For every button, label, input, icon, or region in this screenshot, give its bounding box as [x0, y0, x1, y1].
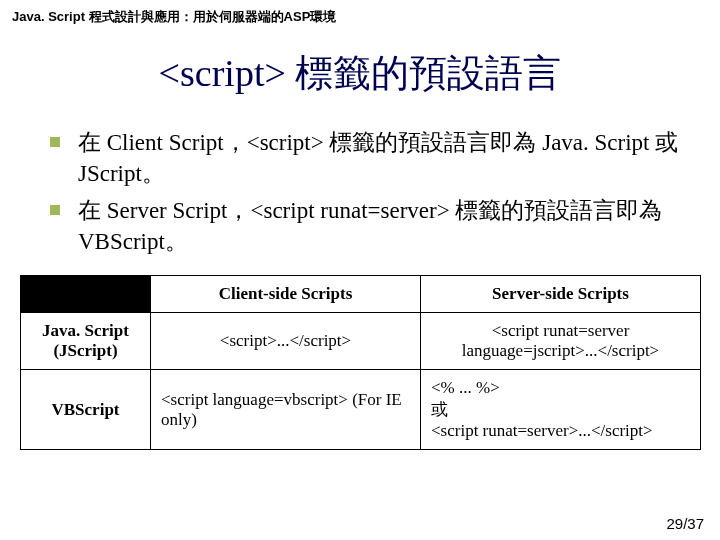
bullet-text: 在 Server Script，<script runat=server> 標籤…	[78, 195, 690, 257]
bullet-item: 在 Server Script，<script runat=server> 標籤…	[50, 195, 690, 257]
slide-header: Java. Script 程式設計與應用：用於伺服器端的ASP環境	[0, 0, 720, 30]
page-number: 29/37	[666, 515, 704, 532]
bullet-text: 在 Client Script，<script> 標籤的預設語言即為 Java.…	[78, 127, 690, 189]
table-header-client: Client-side Scripts	[151, 276, 421, 313]
cell-vbscript-client: <script language=vbscript> (For IE only)	[151, 370, 421, 450]
table-row: VBScript <script language=vbscript> (For…	[21, 370, 701, 450]
table-header-server: Server-side Scripts	[421, 276, 701, 313]
table-row: Java. Script (JScript) <script>...</scri…	[21, 313, 701, 370]
table-corner-cell	[21, 276, 151, 313]
slide-title: <script> 標籤的預設語言	[0, 48, 720, 99]
bullet-marker-icon	[50, 137, 60, 147]
row-label-vbscript: VBScript	[21, 370, 151, 450]
bullet-list: 在 Client Script，<script> 標籤的預設語言即為 Java.…	[50, 127, 690, 257]
cell-jscript-client: <script>...</script>	[151, 313, 421, 370]
cell-vbscript-server: <% ... %> 或 <script runat=server>...</sc…	[421, 370, 701, 450]
cell-jscript-server: <script runat=server language=jscript>..…	[421, 313, 701, 370]
row-label-jscript: Java. Script (JScript)	[21, 313, 151, 370]
comparison-table: Client-side Scripts Server-side Scripts …	[20, 275, 701, 450]
bullet-marker-icon	[50, 205, 60, 215]
table-header-row: Client-side Scripts Server-side Scripts	[21, 276, 701, 313]
bullet-item: 在 Client Script，<script> 標籤的預設語言即為 Java.…	[50, 127, 690, 189]
